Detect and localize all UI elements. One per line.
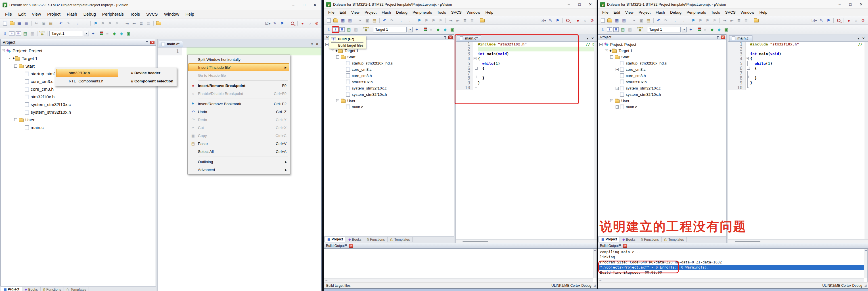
boards-icon[interactable]: ▣ bbox=[449, 27, 455, 32]
panel-tab-project[interactable]: ▦Project bbox=[324, 237, 346, 242]
minimize-button[interactable]: – bbox=[288, 2, 299, 8]
save-all-icon[interactable]: ▦ bbox=[347, 18, 353, 23]
context-menu-outlining[interactable]: Outlining▶ bbox=[188, 158, 289, 166]
save-icon[interactable]: ▦ bbox=[614, 18, 620, 23]
tree-item-start[interactable]: −Start bbox=[599, 54, 726, 60]
tree-item-system-stm32f10x-h[interactable]: system_stm32f10x.h bbox=[599, 91, 726, 97]
tree-item-system-stm32f10x-c[interactable]: system_stm32f10x.c bbox=[2, 100, 156, 108]
tree-item-main-c[interactable]: main.c bbox=[326, 104, 454, 110]
pin-icon[interactable] bbox=[345, 244, 347, 248]
cut-icon[interactable]: ✂ bbox=[33, 21, 39, 26]
menu-tools[interactable]: Tools bbox=[127, 10, 143, 18]
tree-item-main-c[interactable]: +main.c bbox=[599, 104, 726, 110]
tree-item-start[interactable]: −Start bbox=[326, 54, 454, 60]
target-select[interactable]: Target 1 bbox=[50, 31, 83, 36]
fold-column[interactable] bbox=[746, 52, 750, 56]
editor-vertical-scrollbar[interactable] bbox=[865, 42, 868, 239]
clear-bookmarks-icon[interactable]: ⚑ bbox=[712, 18, 717, 23]
menu-window[interactable]: Window bbox=[464, 9, 483, 16]
tree-item-stm32f10x-h[interactable]: stm32f10x.h bbox=[326, 79, 454, 85]
fold-collapse-icon[interactable]: − bbox=[746, 57, 749, 60]
tree-item-core-cm3-h[interactable]: core_cm3.h bbox=[2, 85, 156, 93]
menu-tools[interactable]: Tools bbox=[434, 9, 448, 16]
debug-flag-icon[interactable]: ⚑ bbox=[555, 18, 560, 23]
menu-peripherals[interactable]: Peripherals bbox=[99, 10, 127, 18]
undo-icon[interactable]: ↶ bbox=[382, 18, 388, 23]
edit-document-icon[interactable]: ✎ bbox=[818, 18, 824, 23]
indent-icon[interactable]: ⇥ bbox=[124, 21, 130, 26]
download-icon[interactable]: LOAD⇊ bbox=[39, 31, 45, 36]
outdent-icon[interactable]: ⇤ bbox=[455, 18, 461, 23]
menu-project[interactable]: Project bbox=[44, 10, 64, 18]
fold-column[interactable] bbox=[746, 81, 750, 85]
menu-help[interactable]: Help bbox=[757, 9, 770, 16]
manage-devices-icon[interactable]: ◆ bbox=[442, 27, 448, 32]
manage-devices-icon[interactable]: ◆ bbox=[118, 31, 124, 36]
close-button[interactable]: ✕ bbox=[585, 2, 596, 7]
uncomment-icon[interactable]: ≣ bbox=[743, 18, 749, 23]
fold-column[interactable] bbox=[473, 76, 478, 81]
editor-tab-main-c[interactable]: main.c* bbox=[457, 35, 481, 41]
collapse-expander-icon[interactable]: − bbox=[336, 55, 339, 59]
clear-bookmarks-icon[interactable]: ⚑ bbox=[438, 18, 443, 23]
context-menu-redo[interactable]: ↷RedoCtrl+Y bbox=[188, 116, 289, 124]
copy-icon[interactable]: ▣ bbox=[638, 18, 644, 23]
editor-horizontal-scrollbar[interactable] bbox=[728, 239, 868, 243]
fold-column[interactable] bbox=[746, 42, 750, 47]
collapse-expander-icon[interactable]: − bbox=[8, 57, 11, 60]
manage-rte-icon[interactable] bbox=[424, 28, 427, 31]
scrollbar-thumb[interactable] bbox=[463, 241, 488, 242]
pack-installer-icon[interactable]: ◆ bbox=[435, 27, 441, 32]
panel-tab-books[interactable]: ◆Books bbox=[346, 237, 364, 242]
context-menu-insert-remove-bookmark[interactable]: ⚑Insert/Remove BookmarkCtrl+F2 bbox=[188, 100, 289, 108]
new-file-icon[interactable] bbox=[600, 18, 606, 23]
menu-edit[interactable]: Edit bbox=[337, 9, 349, 16]
outdent-icon[interactable]: ⇤ bbox=[131, 21, 137, 26]
tree-item-startup-stm32f10x-hd-s[interactable]: startup_stm32f10x_hd.s bbox=[326, 60, 454, 66]
uncomment-icon[interactable]: ≣ bbox=[145, 21, 151, 26]
tree-item-system-stm32f10x-c[interactable]: system_stm32f10x.c bbox=[326, 85, 454, 91]
menu-view[interactable]: View bbox=[29, 10, 44, 18]
open-file-icon[interactable] bbox=[9, 21, 15, 26]
panel-tab-project[interactable]: ▦Project bbox=[598, 237, 620, 242]
context-menu-copy[interactable]: ▣CopyCtrl+C bbox=[188, 132, 289, 140]
open-file-icon[interactable] bbox=[333, 18, 339, 23]
menu-flash[interactable]: Flash bbox=[64, 10, 80, 18]
panel-tab-templates[interactable]: (),Templates bbox=[64, 287, 89, 291]
translate-icon[interactable]: ⇩ bbox=[600, 27, 606, 32]
redo-icon[interactable]: ↷ bbox=[65, 21, 71, 26]
outdent-icon[interactable]: ⇤ bbox=[729, 18, 735, 23]
file-extensions-icon[interactable]: ≡ bbox=[104, 31, 110, 36]
tree-item-core-cm3-h[interactable]: core_cm3.h bbox=[599, 72, 726, 79]
boards-icon[interactable]: ▣ bbox=[723, 27, 729, 32]
navigate-back-icon[interactable]: ← bbox=[673, 18, 679, 23]
configure-flag-icon[interactable]: ☑▾ bbox=[811, 18, 817, 23]
fold-collapse-icon[interactable]: − bbox=[475, 67, 477, 69]
editor-tab-main-c[interactable]: main.c* bbox=[159, 41, 183, 47]
expand-expander-icon[interactable]: + bbox=[616, 87, 619, 90]
tree-item-core-cm3-c[interactable]: core_cm3.c bbox=[326, 66, 454, 72]
tree-item-system-stm32f10x-h[interactable]: system_stm32f10x.h bbox=[326, 91, 454, 97]
debug-flag-icon[interactable]: ⚑ bbox=[826, 18, 831, 23]
tab-list-dropdown-icon[interactable]: ▾ bbox=[587, 36, 588, 40]
insert-breakpoint-icon[interactable]: ● bbox=[300, 21, 306, 26]
disable-breakpoint-icon[interactable]: ○ bbox=[853, 18, 859, 23]
expand-expander-icon[interactable]: + bbox=[616, 106, 619, 109]
context-menu-go-to-headerfile[interactable]: Go to Headerfile bbox=[188, 71, 289, 79]
fold-column[interactable] bbox=[746, 85, 750, 90]
collapse-expander-icon[interactable]: − bbox=[14, 64, 17, 68]
tree-item-core-cm3-c[interactable]: +core_cm3.c bbox=[599, 66, 726, 72]
output-horizontal-scrollbar[interactable]: ◄► bbox=[324, 278, 593, 282]
build-output-close-icon[interactable]: ✕ bbox=[623, 244, 627, 248]
debug-flag-icon[interactable]: ⚑ bbox=[279, 21, 285, 26]
copy-icon[interactable]: ▣ bbox=[40, 21, 46, 26]
panel-close-icon[interactable]: ✕ bbox=[448, 35, 453, 39]
undo-icon[interactable]: ↶ bbox=[656, 18, 661, 23]
context-menu-advanced[interactable]: Advanced▶ bbox=[188, 166, 289, 174]
tree-item-system-stm32f10x-c[interactable]: +system_stm32f10x.c bbox=[599, 85, 726, 91]
maximize-button[interactable]: □ bbox=[299, 2, 309, 8]
batch-build-icon[interactable]: ▤ bbox=[346, 27, 352, 32]
pin-icon[interactable] bbox=[444, 35, 446, 39]
rebuild-icon[interactable]: ⇊ bbox=[16, 31, 21, 36]
scrollbar-thumb[interactable] bbox=[735, 241, 761, 242]
